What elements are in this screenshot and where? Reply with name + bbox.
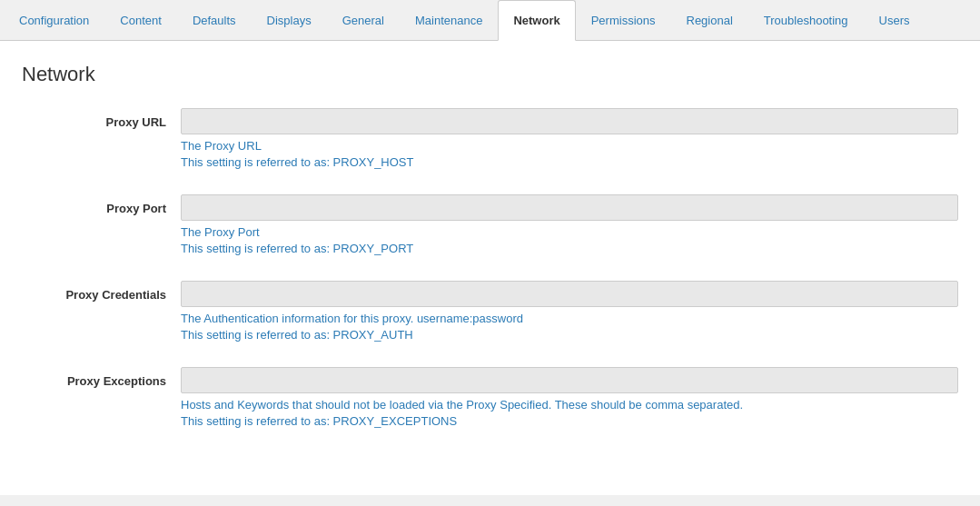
page-content: Network Proxy URLThe Proxy URLThis setti… <box>0 41 980 495</box>
tab-content[interactable]: Content <box>104 0 177 41</box>
tab-bar: ConfigurationContentDefaultsDisplaysGene… <box>0 0 980 41</box>
form-section-0: Proxy URLThe Proxy URLThis setting is re… <box>22 108 958 169</box>
tab-general[interactable]: General <box>327 0 400 41</box>
field-input-3[interactable] <box>181 367 958 393</box>
field-help-secondary-1: This setting is referred to as: PROXY_PO… <box>181 242 958 255</box>
tab-users[interactable]: Users <box>864 0 926 41</box>
page-title: Network <box>22 63 958 86</box>
field-help-primary-1: The Proxy Port <box>181 225 958 239</box>
field-label-0: Proxy URL <box>22 108 181 129</box>
tab-regional[interactable]: Regional <box>671 0 748 41</box>
form-container: Proxy URLThe Proxy URLThis setting is re… <box>22 108 958 428</box>
field-input-2[interactable] <box>181 281 958 307</box>
field-input-1[interactable] <box>181 194 958 221</box>
tab-displays[interactable]: Displays <box>252 0 327 41</box>
tab-network[interactable]: Network <box>498 0 575 41</box>
field-help-secondary-3: This setting is referred to as: PROXY_EX… <box>181 414 958 428</box>
field-container-3: Hosts and Keywords that should not be lo… <box>181 367 958 428</box>
form-section-3: Proxy ExceptionsHosts and Keywords that … <box>22 367 958 428</box>
field-help-secondary-0: This setting is referred to as: PROXY_HO… <box>181 155 958 169</box>
field-container-2: The Authentication information for this … <box>181 281 958 342</box>
field-label-1: Proxy Port <box>22 194 181 215</box>
form-row-3: Proxy ExceptionsHosts and Keywords that … <box>22 367 958 428</box>
field-help-secondary-2: This setting is referred to as: PROXY_AU… <box>181 328 958 342</box>
form-section-1: Proxy PortThe Proxy PortThis setting is … <box>22 194 958 255</box>
field-container-0: The Proxy URLThis setting is referred to… <box>181 108 958 169</box>
field-label-3: Proxy Exceptions <box>22 367 181 388</box>
field-input-0[interactable] <box>181 108 958 134</box>
tab-troubleshooting[interactable]: Troubleshooting <box>748 0 864 41</box>
field-help-primary-0: The Proxy URL <box>181 139 958 153</box>
field-help-primary-2: The Authentication information for this … <box>181 312 958 325</box>
form-row-0: Proxy URLThe Proxy URLThis setting is re… <box>22 108 958 169</box>
tab-defaults[interactable]: Defaults <box>177 0 252 41</box>
tab-maintenance[interactable]: Maintenance <box>400 0 498 41</box>
tab-permissions[interactable]: Permissions <box>576 0 671 41</box>
field-help-primary-3: Hosts and Keywords that should not be lo… <box>181 398 958 412</box>
form-row-2: Proxy CredentialsThe Authentication info… <box>22 281 958 342</box>
field-container-1: The Proxy PortThis setting is referred t… <box>181 194 958 255</box>
field-label-2: Proxy Credentials <box>22 281 181 302</box>
form-row-1: Proxy PortThe Proxy PortThis setting is … <box>22 194 958 255</box>
tab-configuration[interactable]: Configuration <box>4 0 104 41</box>
form-section-2: Proxy CredentialsThe Authentication info… <box>22 281 958 342</box>
